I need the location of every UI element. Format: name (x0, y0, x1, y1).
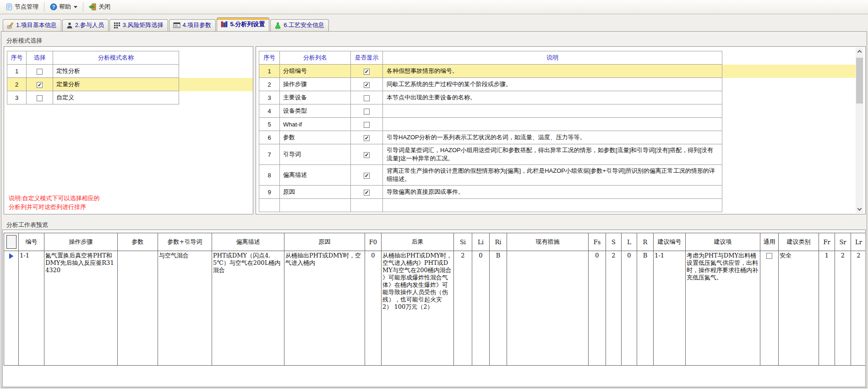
column-row-5[interactable]: 5 What-if (259, 118, 856, 131)
worksheet-section-title: 分析工作表预览 (6, 221, 48, 229)
toolbar-separator (44, 2, 44, 12)
cell-rec-id[interactable]: 1-1 (654, 251, 686, 366)
visible-checkbox[interactable]: ✓ (364, 82, 370, 88)
cell-measures[interactable] (507, 251, 589, 366)
mode-table-header: 序号 选择 分析模式名称 (7, 51, 253, 65)
cell-li[interactable]: 0 (472, 251, 490, 366)
mode-checkbox[interactable]: ✓ (37, 82, 43, 88)
tab-label: 4.项目参数 (183, 21, 212, 29)
tab-strip: 1.项目基本信息 2.参与人员 3.风险矩阵选择 4.项目参数 5.分析列设置 … (3, 18, 330, 31)
tab-project-params[interactable]: 4.项目参数 (169, 19, 216, 31)
mode-row-3[interactable]: 3 自定义 (7, 91, 253, 104)
help-button[interactable]: ? 帮助 (46, 1, 81, 13)
scroll-up-button[interactable] (856, 48, 863, 55)
cell-id[interactable]: 1-1 (19, 251, 44, 366)
visible-checkbox[interactable]: ✓ (364, 135, 370, 141)
cell-param[interactable] (118, 251, 158, 366)
mode-panel: 序号 选择 分析模式名称 1 定性分析 2 ✓ 定量分析 3 自定义 说明:自定… (4, 46, 253, 214)
mode-checkbox[interactable] (37, 95, 43, 101)
column-row-10-partial[interactable] (259, 199, 856, 212)
cell-common[interactable] (760, 251, 779, 366)
visible-checkbox[interactable]: ✓ (364, 190, 370, 196)
tab-analysis-columns[interactable]: 5.分析列设置 (217, 17, 269, 31)
cell-step[interactable]: 氮气置换后真空将PHT和DMY先后抽入反应釜R314320 (44, 251, 118, 366)
tab-process-safety[interactable]: 6.工艺安全信息 (270, 19, 329, 31)
col-index: 序号 (7, 51, 27, 65)
close-button[interactable]: 关闭 (85, 1, 114, 13)
cell-si[interactable]: 2 (454, 251, 472, 366)
help-icon: ? (50, 3, 57, 11)
column-row-2[interactable]: 2 操作步骤 ✓ 间歇工艺系统的生产过程中的某个阶段或步骤。 (259, 78, 856, 91)
scroll-down-button[interactable] (856, 205, 863, 213)
selector-box (6, 235, 16, 249)
exit-door-icon (89, 3, 97, 11)
cell-ri[interactable]: B (490, 251, 507, 366)
common-checkbox[interactable] (766, 253, 772, 259)
node-manage-button[interactable]: 节点管理 (2, 1, 42, 13)
mode-checkbox[interactable] (37, 69, 43, 75)
filler (722, 51, 856, 65)
chevron-up-icon (857, 50, 862, 55)
visible-checkbox[interactable] (364, 109, 370, 115)
visible-checkbox[interactable] (364, 122, 370, 128)
cell-fr[interactable]: 1 (819, 251, 835, 366)
node-manage-label: 节点管理 (15, 3, 38, 11)
bar-chart-icon (221, 21, 228, 27)
scrollbar-thumb[interactable] (856, 58, 863, 104)
visible-checkbox[interactable]: ✓ (364, 69, 370, 75)
tab-participants[interactable]: 2.参与人员 (62, 19, 109, 31)
filler (179, 51, 253, 65)
tab-label: 3.风险矩阵选择 (123, 21, 164, 29)
cell-s[interactable]: 2 (606, 251, 622, 366)
column-row-4[interactable]: 4 设备类型 (259, 104, 856, 118)
cell-sr[interactable]: 2 (835, 251, 851, 366)
column-row-3[interactable]: 3 主要设备 本节点中出现的主要设备的名称。 (259, 91, 856, 104)
mode-note: 说明:自定义模式下可以选择相应的 分析列并可对这些列进行排序 (9, 194, 100, 211)
main-toolbar: 节点管理 ? 帮助 关闭 (0, 0, 868, 14)
row-selector-header (4, 233, 19, 251)
columns-panel: 序号 分析列名 是否显示 说明 1 分组编号 ✓ 各种假想事故情形的编号。 2 … (256, 46, 866, 214)
row-selector-cell[interactable] (4, 251, 19, 366)
svg-text:?: ? (52, 5, 55, 10)
col-name: 分析列名 (280, 51, 351, 65)
cell-deviation[interactable]: PHT或DMY（闪点4.5℃）与空气在200L桶内混合 (212, 251, 284, 366)
document-icon (5, 3, 13, 11)
cell-r[interactable]: B (637, 251, 654, 366)
mode-table: 序号 选择 分析模式名称 1 定性分析 2 ✓ 定量分析 3 自定义 (7, 51, 253, 104)
columns-table: 序号 分析列名 是否显示 说明 1 分组编号 ✓ 各种假想事故情形的编号。 2 … (259, 51, 856, 212)
cell-lr[interactable]: 2 (851, 251, 866, 366)
cell-cause[interactable]: 从桶抽出PHT或DMY时，空气进入桶内 (284, 251, 365, 366)
column-row-9[interactable]: 9 原因 ✓ 导致偏离的直接原因或事件。 (259, 186, 856, 199)
person-icon (66, 22, 73, 29)
cell-l[interactable]: 0 (622, 251, 637, 366)
cell-f0[interactable]: 0 (365, 251, 382, 366)
tab-risk-matrix[interactable]: 3.风险矩阵选择 (109, 19, 168, 31)
cell-rec-type[interactable]: 安全 (779, 251, 819, 366)
column-row-7[interactable]: 7 引导词 ✓ 引导词是某些词汇，HAZOP小组用这些词汇和参数搭配，得出异常工… (259, 144, 856, 165)
visible-checkbox[interactable]: ✓ (364, 152, 370, 158)
dropdown-arrow-icon (74, 6, 77, 8)
visible-checkbox[interactable]: ✓ (364, 173, 370, 179)
mode-row-1[interactable]: 1 定性分析 (7, 65, 253, 78)
mode-section-title: 分析模式选择 (6, 37, 42, 45)
hand-pen-icon (7, 22, 14, 29)
cell-consequence[interactable]: 从桶抽出PHT或DMY时，空气进入桶内》PHT或DMY与空气在200桶内混合 》… (382, 251, 454, 366)
column-row-6[interactable]: 6 参数 ✓ 引导HAZOP分析的一系列表示工艺状况的名词，如流量、温度、压力等… (259, 131, 856, 144)
columns-scrollbar[interactable] (856, 48, 863, 213)
worksheet-table: 编号 操作步骤 参数 参数+引导词 偏离描述 原因 F0 后果 Si Li Ri… (4, 233, 866, 366)
cell-fs[interactable]: 0 (589, 251, 606, 366)
tab-project-info[interactable]: 1.项目基本信息 (3, 19, 61, 31)
column-row-1-selected[interactable]: 1 分组编号 ✓ 各种假想事故情形的编号。 (259, 65, 856, 78)
cell-param-guide[interactable]: 与空气混合 (158, 251, 212, 366)
worksheet-row[interactable]: 1-1 氮气置换后真空将PHT和DMY先后抽入反应釜R314320 与空气混合 … (4, 251, 866, 366)
chevron-down-icon (857, 206, 862, 211)
cell-recommendation[interactable]: 考虑为PHT与DMY出料桶设置低压氮气供应管，出料时，操作程序要求往桶内补充低压… (686, 251, 760, 366)
tab-label: 2.参与人员 (75, 21, 104, 29)
tab-label: 1.项目基本信息 (16, 21, 57, 29)
col-desc: 说明 (383, 51, 722, 65)
tab-label: 5.分析列设置 (230, 20, 265, 28)
column-row-8[interactable]: 8 偏离描述 ✓ 背离正常生产操作的设计意图的假想情形称为[偏离]，此栏是HAZ… (259, 165, 856, 186)
visible-checkbox[interactable] (364, 95, 370, 101)
mode-row-2-selected[interactable]: 2 ✓ 定量分析 (7, 78, 253, 91)
close-label: 关闭 (98, 3, 110, 11)
